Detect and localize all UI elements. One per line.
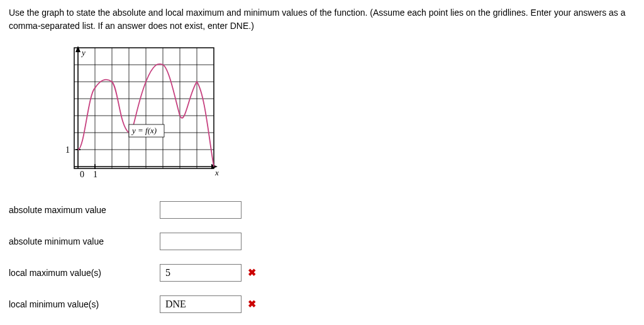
loc-max-input[interactable] xyxy=(160,264,242,282)
loc-min-input[interactable] xyxy=(160,295,242,313)
graph-svg: y x 1 0 1 y = f(x) xyxy=(59,44,223,185)
function-label: y = f(x) xyxy=(131,126,157,135)
wrong-icon: ✖ xyxy=(248,268,267,278)
loc-max-label: local maximum value(s) xyxy=(9,268,160,278)
question-text: Use the graph to state the absolute and … xyxy=(9,6,635,33)
x-axis-label: x xyxy=(214,168,219,177)
svg-marker-15 xyxy=(75,46,80,52)
x-origin: 0 xyxy=(80,170,84,179)
abs-min-input[interactable] xyxy=(160,233,242,250)
x-tick-1: 1 xyxy=(93,170,97,179)
wrong-icon: ✖ xyxy=(248,299,267,309)
abs-min-label: absolute minimum value xyxy=(9,236,160,246)
loc-min-label: local minimum value(s) xyxy=(9,299,160,309)
y-axis-label: y xyxy=(80,48,86,57)
y-tick-1: 1 xyxy=(65,145,70,155)
function-graph: y x 1 0 1 y = f(x) xyxy=(59,44,635,187)
abs-max-label: absolute maximum value xyxy=(9,205,160,215)
answers-grid: absolute maximum value absolute minimum … xyxy=(9,201,635,313)
abs-max-input[interactable] xyxy=(160,201,242,219)
